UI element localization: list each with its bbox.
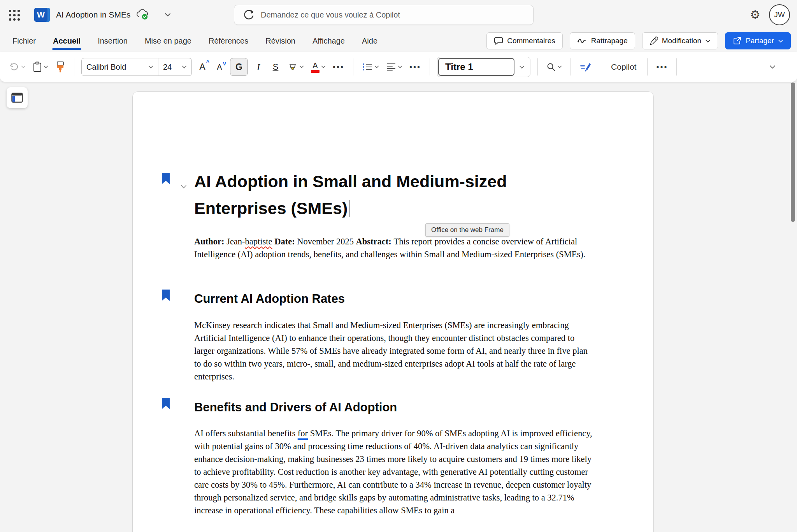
paste-button[interactable] [31,58,50,76]
more-paragraph-options-button[interactable]: ••• [408,58,423,76]
app-launcher-icon[interactable] [7,8,22,23]
chevron-down-icon [519,65,525,69]
title-chevron-down-icon[interactable] [165,13,171,17]
menu-actions: Commentaires Rattrapage Modification Par… [486,32,797,49]
toolbar-overflow-button[interactable]: ••• [655,58,669,76]
account-avatar[interactable]: JW [769,4,790,25]
catchup-button[interactable]: Rattrapage [570,32,635,49]
shrink-font-button[interactable]: Av [213,58,226,76]
shrink-font-icon: Av [217,63,222,72]
document-title[interactable]: AI Adoption in SMEs [56,10,130,19]
bullet-list-icon [362,62,373,72]
ribbon-menu-bar: Fichier Accueil Insertion Mise en page R… [0,30,797,52]
document-meta-paragraph[interactable]: Author: Jean-baptiste Date: November 202… [194,235,593,261]
chevron-down-icon [299,65,304,68]
chevron-down-icon [182,65,187,69]
chevron-down-icon [44,65,48,68]
document-page[interactable]: AI Adoption in Small and Medium-sized En… [132,91,654,532]
text-cursor [349,200,349,217]
heading-bookmark-icon[interactable] [162,173,170,184]
menu-tabs: Fichier Accueil Insertion Mise en page R… [0,30,377,52]
toolbar-divider [647,58,648,75]
tab-fichier[interactable]: Fichier [12,30,36,52]
copilot-placeholder: Demandez ce que vous voulez à Copilot [261,11,400,19]
section-heading-adoption-rates[interactable]: Current AI Adoption Rates [194,292,345,306]
highlighter-icon [288,62,298,72]
font-size-select[interactable]: 24 [158,58,191,75]
chevron-down-icon [321,65,326,68]
share-icon [732,36,742,46]
misspelled-word: baptiste [245,237,272,246]
highlight-button[interactable] [286,58,305,76]
font-color-button[interactable]: A [309,58,327,76]
more-font-options-button[interactable]: ••• [331,58,346,76]
copilot-toolbar-button[interactable]: Copilot [607,62,640,72]
tab-insertion[interactable]: Insertion [98,30,128,52]
save-status-icon[interactable] [136,9,149,20]
share-button[interactable]: Partager [725,32,791,49]
chevron-down-icon [778,39,783,43]
tab-aide[interactable]: Aide [362,30,377,52]
underline-button[interactable]: S [269,58,282,76]
pencil-icon [650,37,658,45]
toolbar-divider [353,58,353,75]
editor-pen-icon [579,61,591,72]
tab-mise-en-page[interactable]: Mise en page [145,30,191,52]
word-icon-letter: W [34,8,47,22]
collapse-ribbon-button[interactable] [766,58,779,76]
alignment-button[interactable] [384,58,404,76]
format-painter-button[interactable] [54,58,67,76]
chevron-down-icon [398,65,402,68]
section-heading-benefits[interactable]: Benefits and Drivers of AI Adoption [194,400,397,414]
grow-font-button[interactable]: A^ [196,58,209,76]
formatting-toolbar: Calibri Bold 24 A^ Av G I S A ••• [0,52,797,82]
font-name-select[interactable]: Calibri Bold [82,58,158,75]
catchup-wave-icon [577,37,587,45]
navigation-pane-icon [11,93,23,103]
tab-revision[interactable]: Révision [265,30,295,52]
toolbar-divider [571,58,571,75]
bold-button[interactable]: G [230,58,248,76]
undo-button[interactable] [8,58,27,76]
tab-accueil[interactable]: Accueil [53,30,81,52]
toolbar-divider [74,58,74,75]
toolbar-divider [676,58,677,75]
heading-bookmark-icon[interactable] [162,398,170,409]
copilot-search-input[interactable]: Demandez ce que vous voulez à Copilot [234,5,534,25]
chevron-down-icon [557,65,562,68]
clipped-last-line[interactable]: competitive advantage against larger com… [194,530,595,532]
document-heading-1[interactable]: AI Adoption in Small and Medium-sized En… [194,168,548,222]
section-body-benefits[interactable]: AI offers substantial benefits for SMEs.… [194,427,595,530]
settings-gear-icon[interactable]: ⚙ [750,9,760,21]
chevron-down-icon [769,65,776,69]
heading-collapse-chevron-icon[interactable] [180,184,187,189]
toolbar-divider [430,58,430,75]
section-body-adoption-rates[interactable]: McKinsey research indicates that Small a… [194,319,595,386]
chevron-down-icon [374,65,379,68]
chevron-down-icon [705,39,711,43]
document-canvas: AI Adoption in Small and Medium-sized En… [0,81,797,532]
italic-button[interactable]: I [252,58,265,76]
frame-tooltip: Office on the web Frame [425,223,509,237]
comment-icon [494,36,503,46]
tab-affichage[interactable]: Affichage [312,30,345,52]
word-app-icon[interactable]: W [34,7,51,23]
toolbar-divider [600,58,600,75]
format-painter-icon [56,61,65,73]
chevron-down-icon [148,65,153,69]
find-button[interactable] [545,58,564,76]
editor-button[interactable] [578,58,593,76]
font-color-icon: A [311,61,320,73]
vertical-scrollbar-thumb[interactable] [791,83,795,222]
title-bar: W AI Adoption in SMEs Demandez ce que vo… [0,0,797,30]
bullet-list-button[interactable] [360,58,381,76]
active-tab-underline [52,48,81,50]
comments-button[interactable]: Commentaires [486,32,563,49]
tab-references[interactable]: Références [209,30,248,52]
editing-mode-button[interactable]: Modification [642,32,718,49]
heading-bookmark-icon[interactable] [162,290,170,301]
navigation-pane-button[interactable] [7,87,28,108]
align-text-icon [386,62,396,72]
styles-dropdown-button[interactable] [514,65,529,69]
style-name-box[interactable]: Titre 1 [438,58,514,76]
